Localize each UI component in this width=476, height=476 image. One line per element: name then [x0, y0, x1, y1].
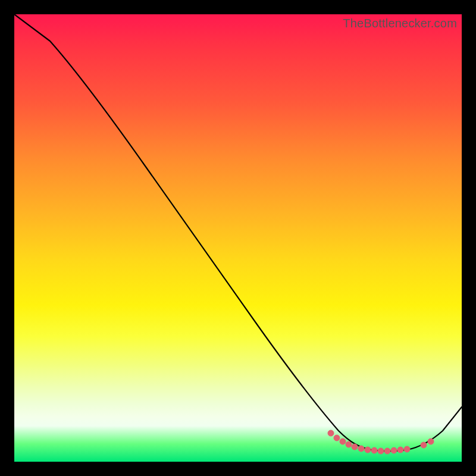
- marker-dot: [340, 439, 346, 444]
- chart-stage: TheBottlenecker.com: [0, 0, 476, 476]
- bottleneck-curve-path: [14, 14, 462, 451]
- marker-dot: [346, 441, 352, 447]
- curve-markers: [328, 430, 434, 454]
- marker-dot: [391, 447, 397, 453]
- marker-dot: [421, 442, 427, 448]
- marker-dot: [352, 444, 358, 450]
- marker-dot: [358, 446, 364, 452]
- marker-dot: [371, 447, 377, 453]
- marker-dot: [378, 448, 384, 454]
- marker-dot: [384, 448, 390, 454]
- curve-layer: [14, 14, 462, 462]
- marker-dot: [428, 439, 434, 444]
- plot-area: TheBottlenecker.com: [14, 14, 462, 462]
- marker-dot: [365, 447, 371, 453]
- marker-dot: [404, 446, 410, 452]
- marker-dot: [334, 435, 340, 441]
- marker-dot: [397, 447, 403, 453]
- marker-dot: [328, 430, 334, 436]
